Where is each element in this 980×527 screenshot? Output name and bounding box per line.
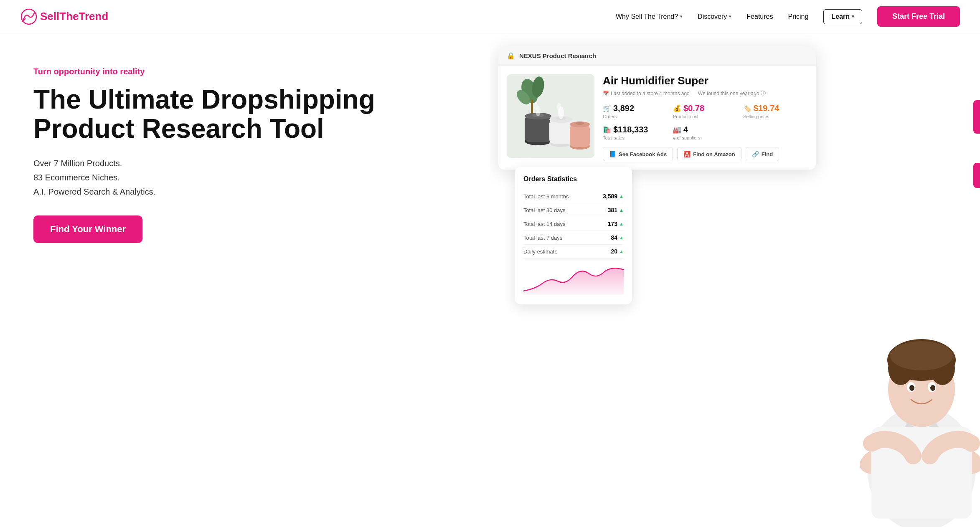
nav-item-features[interactable]: Features bbox=[746, 13, 773, 20]
stat-sales-value: 🛍️ $118,333 bbox=[603, 125, 667, 134]
product-image bbox=[507, 74, 594, 158]
orders-panel-title: Orders Statistics bbox=[523, 175, 624, 183]
hero-right: 🔒 NEXUS Product Research bbox=[490, 33, 980, 527]
calendar-icon: 📅 bbox=[603, 91, 609, 96]
trend-up-icon: ▲ bbox=[619, 249, 624, 254]
stat-orders-value: 🛒 3,892 bbox=[603, 104, 667, 113]
svg-rect-19 bbox=[570, 124, 590, 147]
panel-body: Air Humidifier Super 📅 Last added to a s… bbox=[498, 66, 816, 170]
factory-icon: 🏭 bbox=[673, 126, 681, 134]
stat-cost-label: Product cost bbox=[673, 114, 737, 119]
orders-row-30days: Total last 30 days 381 ▲ bbox=[523, 203, 624, 217]
nav-item-pricing[interactable]: Pricing bbox=[788, 13, 808, 20]
trend-up-icon: ▲ bbox=[619, 221, 624, 226]
svg-rect-13 bbox=[549, 119, 573, 144]
trend-up-icon: ▲ bbox=[619, 208, 624, 213]
navbar: SellTheTrend Why Sell The Trend? ▾ Disco… bbox=[0, 0, 980, 33]
lock-icon: 🔒 bbox=[507, 52, 515, 60]
find-winner-button[interactable]: Find Your Winner bbox=[33, 215, 142, 243]
stat-price-value: 🏷️ $19.74 bbox=[743, 104, 807, 113]
start-trial-button[interactable]: Start Free Trial bbox=[877, 6, 960, 27]
stat-orders-label: Orders bbox=[603, 114, 667, 119]
amazon-icon: 🅰️ bbox=[683, 151, 691, 157]
bag-icon: 🛍️ bbox=[603, 126, 611, 134]
trend-up-icon: ▲ bbox=[619, 235, 624, 240]
amazon-button[interactable]: 🅰️ Find on Amazon bbox=[677, 147, 741, 161]
svg-point-21 bbox=[576, 122, 584, 125]
svg-point-33 bbox=[909, 385, 914, 391]
meta-added: 📅 Last added to a store 4 months ago bbox=[603, 90, 690, 97]
chevron-down-icon: ▾ bbox=[680, 14, 683, 19]
nav-links: Why Sell The Trend? ▾ Discovery ▾ Featur… bbox=[616, 6, 960, 27]
chart-area bbox=[523, 263, 624, 296]
orders-label-30days: Total last 30 days bbox=[523, 207, 565, 213]
trend-up-icon: ▲ bbox=[619, 194, 624, 199]
hero-section: Turn opportunity into reality The Ultima… bbox=[0, 33, 980, 527]
orders-value-7days: 84 ▲ bbox=[611, 234, 624, 241]
pink-accent-bar-bottom bbox=[973, 163, 980, 188]
orders-row-7days: Total last 7 days 84 ▲ bbox=[523, 231, 624, 245]
svg-point-17 bbox=[557, 103, 561, 111]
orders-panel: Orders Statistics Total last 6 months 3,… bbox=[515, 167, 632, 304]
orders-label-6months: Total last 6 months bbox=[523, 193, 569, 200]
stat-suppliers-value: 🏭 4 bbox=[673, 125, 737, 134]
facebook-ads-button[interactable]: 📘 See Facebook Ads bbox=[603, 147, 673, 161]
panel-header: 🔒 NEXUS Product Research bbox=[498, 46, 816, 66]
find-button[interactable]: 🔗 Find bbox=[746, 147, 779, 161]
orders-row-6months: Total last 6 months 3,589 ▲ bbox=[523, 190, 624, 203]
product-meta: 📅 Last added to a store 4 months ago We … bbox=[603, 90, 807, 97]
logo-text: SellTheTrend bbox=[40, 10, 108, 23]
orders-label-daily: Daily estimate bbox=[523, 248, 558, 255]
orders-row-daily: Daily estimate 20 ▲ bbox=[523, 245, 624, 258]
orders-row-14days: Total last 14 days 173 ▲ bbox=[523, 217, 624, 231]
nav-item-why[interactable]: Why Sell The Trend? ▾ bbox=[616, 13, 683, 20]
nav-item-discovery[interactable]: Discovery ▾ bbox=[698, 13, 731, 20]
orders-value-daily: 20 ▲ bbox=[611, 248, 624, 255]
product-panel: 🔒 NEXUS Product Research bbox=[498, 46, 816, 170]
panel-actions: 📘 See Facebook Ads 🅰️ Find on Amazon 🔗 F… bbox=[603, 147, 807, 161]
person-image bbox=[846, 276, 980, 527]
chevron-down-icon: ▾ bbox=[729, 14, 731, 19]
money-icon: 💰 bbox=[673, 104, 681, 112]
stat-suppliers: 🏭 4 # of suppliers bbox=[673, 125, 737, 140]
chevron-down-icon: ▾ bbox=[852, 14, 854, 19]
link-icon: 🔗 bbox=[752, 151, 759, 157]
orders-value-6months: 3,589 ▲ bbox=[603, 193, 624, 200]
tag-icon: 🏷️ bbox=[743, 104, 752, 112]
stat-orders: 🛒 3,892 Orders bbox=[603, 104, 667, 119]
stat-suppliers-label: # of suppliers bbox=[673, 135, 737, 140]
hero-subtitle: Over 7 Million Products. 83 Ecommerce Ni… bbox=[33, 156, 465, 199]
pink-accent-bar-top bbox=[973, 100, 980, 134]
hero-tagline: Turn opportunity into reality bbox=[33, 67, 465, 76]
stat-sales-label: Total sales bbox=[603, 135, 667, 140]
nav-item-learn[interactable]: Learn ▾ bbox=[823, 9, 862, 24]
product-title: Air Humidifier Super bbox=[603, 74, 807, 87]
stat-price: 🏷️ $19.74 Selling price bbox=[743, 104, 807, 119]
facebook-icon: 📘 bbox=[609, 151, 616, 157]
subtitle-line2: 83 Ecommerce Niches. bbox=[33, 170, 465, 185]
logo[interactable]: SellTheTrend bbox=[20, 8, 108, 25]
meta-found: We found this one year ago ⓘ bbox=[698, 90, 766, 97]
product-info: Air Humidifier Super 📅 Last added to a s… bbox=[603, 74, 807, 161]
stat-sales: 🛍️ $118,333 Total sales bbox=[603, 125, 667, 140]
svg-rect-7 bbox=[525, 116, 551, 142]
panel-header-title: NEXUS Product Research bbox=[519, 52, 596, 59]
cart-icon: 🛒 bbox=[603, 104, 611, 112]
stats-grid: 🛒 3,892 Orders 💰 $0.78 Product bbox=[603, 104, 807, 140]
hero-title: The Ultimate Dropshipping Product Resear… bbox=[33, 85, 465, 144]
svg-point-30 bbox=[890, 341, 953, 370]
subtitle-line1: Over 7 Million Products. bbox=[33, 156, 465, 170]
orders-label-14days: Total last 14 days bbox=[523, 221, 565, 227]
subtitle-line3: A.I. Powered Search & Analytics. bbox=[33, 185, 465, 199]
stat-cost: 💰 $0.78 Product cost bbox=[673, 104, 737, 119]
orders-value-14days: 173 ▲ bbox=[608, 220, 624, 227]
svg-point-11 bbox=[534, 102, 538, 110]
info-icon: ⓘ bbox=[761, 90, 766, 97]
hero-left: Turn opportunity into reality The Ultima… bbox=[0, 33, 490, 527]
stat-cost-value: 💰 $0.78 bbox=[673, 104, 737, 113]
stat-price-label: Selling price bbox=[743, 114, 807, 119]
orders-value-30days: 381 ▲ bbox=[608, 207, 624, 213]
svg-point-34 bbox=[930, 385, 935, 391]
orders-label-7days: Total last 7 days bbox=[523, 235, 562, 241]
